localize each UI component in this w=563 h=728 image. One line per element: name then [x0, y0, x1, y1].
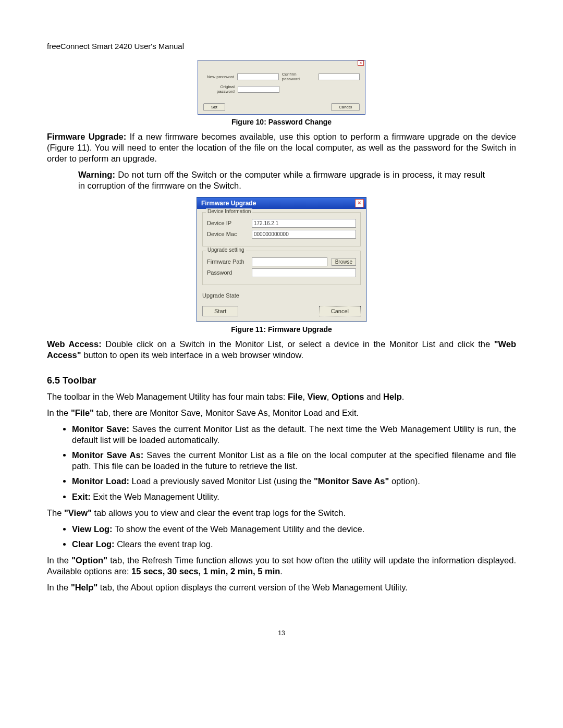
file-tab-list: Monitor Save: Saves the current Monitor … — [47, 424, 516, 502]
list-item: View Log: To show the event of the Web M… — [72, 524, 516, 535]
figure-11: Firmware Upgrade × Device Information De… — [47, 197, 516, 334]
section-6-5-heading: 6.5 Toolbar — [47, 375, 516, 386]
view-quote: "View" — [64, 508, 92, 517]
set-button[interactable]: Set — [203, 103, 225, 111]
clear-log-text: Clears the event trap log. — [115, 539, 213, 549]
list-item: Clear Log: Clears the event trap log. — [72, 539, 516, 550]
device-ip-label: Device IP — [207, 220, 248, 226]
firmware-label: Firmware Upgrade: — [47, 132, 126, 141]
password-input[interactable] — [252, 268, 356, 277]
sep: , — [327, 392, 332, 401]
cancel-button[interactable]: Cancel — [331, 103, 360, 111]
password-change-dialog: × New password Confirm password Original… — [198, 60, 365, 115]
page-number: 13 — [47, 630, 516, 637]
toolbar-intro: The toolbar in the Web Management Utilit… — [47, 391, 516, 402]
option-quote: "Option" — [71, 556, 107, 565]
upgrade-state-label: Upgrade State — [202, 292, 361, 299]
option-text-a: In the — [47, 556, 71, 565]
password-label: Password — [207, 269, 248, 276]
device-mac-value: 000000000000 — [252, 230, 356, 239]
list-item: Monitor Save As: Saves the current Monit… — [72, 450, 516, 472]
confirm-password-label: Confirm password — [282, 72, 315, 81]
list-item: Monitor Save: Saves the current Monitor … — [72, 424, 516, 446]
original-password-label: Original password — [203, 84, 235, 94]
new-password-input[interactable] — [237, 73, 278, 80]
clear-log-label: Clear Log: — [72, 539, 115, 549]
view-text-b: tab allows you to view and clear the eve… — [92, 508, 346, 517]
web-access-paragraph: Web Access: Double click on a Switch in … — [47, 339, 516, 361]
tab-help: Help — [383, 392, 402, 401]
dialog-titlebar: × — [198, 60, 365, 65]
exit-label: Exit: — [72, 492, 91, 501]
help-tab-intro: In the "Help" tab, the About option disp… — [47, 582, 516, 593]
help-text-a: In the — [47, 583, 71, 592]
monitor-save-text: Saves the current Monitor List as the de… — [72, 424, 516, 445]
figure-11-caption: Figure 11: Firmware Upgrade — [231, 325, 332, 334]
new-password-label: New password — [203, 75, 234, 79]
upgrade-setting-fieldset: Upgrade setting Firmware Path Browse Pas… — [202, 251, 361, 285]
firmware-path-label: Firmware Path — [207, 258, 248, 265]
tab-view: View — [308, 392, 327, 401]
sep-and: and — [364, 392, 383, 401]
monitor-load-label: Monitor Load: — [72, 476, 129, 486]
view-text-a: The — [47, 508, 64, 517]
warning-text: Do not turn off the Switch or the comput… — [78, 170, 485, 190]
dialog-titlebar: Firmware Upgrade × — [197, 198, 366, 209]
view-log-label: View Log: — [72, 524, 113, 534]
tab-file: File — [288, 392, 302, 401]
help-quote: "Help" — [71, 583, 97, 592]
list-item: Exit: Exit the Web Management Utility. — [72, 491, 516, 502]
browse-button[interactable]: Browse — [332, 258, 356, 266]
monitor-save-label: Monitor Save: — [72, 424, 129, 434]
firmware-upgrade-dialog: Firmware Upgrade × Device Information De… — [197, 197, 366, 322]
cancel-button[interactable]: Cancel — [319, 306, 361, 316]
warning-label: Warning: — [78, 170, 115, 179]
toolbar-intro-text: The toolbar in the Web Management Utilit… — [47, 392, 288, 401]
upgrade-setting-legend: Upgrade setting — [206, 247, 246, 253]
device-ip-value: 172.16.2.1 — [252, 219, 356, 228]
view-log-text: To show the event of the Web Management … — [113, 524, 365, 534]
option-values: 15 secs, 30 secs, 1 min, 2 min, 5 min — [131, 566, 280, 576]
sep: , — [302, 392, 307, 401]
view-tab-list: View Log: To show the event of the Web M… — [47, 524, 516, 550]
firmware-paragraph: Firmware Upgrade: If a new firmware beco… — [47, 131, 516, 164]
device-info-fieldset: Device Information Device IP 172.16.2.1 … — [202, 212, 361, 246]
device-info-legend: Device Information — [206, 208, 252, 214]
monitor-load-text-b: option). — [389, 476, 420, 486]
exit-text: Exit the Web Management Utility. — [91, 492, 219, 501]
web-access-text-a: Double click on a Switch in the Monitor … — [102, 339, 494, 349]
tab-options: Options — [332, 392, 364, 401]
close-icon[interactable]: × — [355, 199, 364, 207]
figure-10: × New password Confirm password Original… — [47, 60, 516, 126]
dialog-title: Firmware Upgrade — [201, 200, 256, 207]
file-tab-intro: In the "File" tab, there are Monitor Sav… — [47, 408, 516, 418]
doc-header: freeConnect Smart 2420 User's Manual — [47, 42, 516, 51]
file-quote: "File" — [71, 408, 94, 417]
monitor-load-quote: "Monitor Save As" — [314, 476, 389, 486]
firmware-path-input[interactable] — [252, 257, 327, 266]
file-text-a: In the — [47, 408, 71, 417]
option-tab-intro: In the "Option" tab, the Refresh Time fu… — [47, 555, 516, 577]
original-password-input[interactable] — [238, 86, 279, 93]
confirm-password-input[interactable] — [319, 73, 360, 80]
figure-10-caption: Figure 10: Password Change — [231, 118, 332, 126]
web-access-text-b: button to open its web interface in a we… — [81, 350, 304, 360]
monitor-load-text-a: Load a previously saved Monitor List (us… — [129, 476, 314, 486]
warning-paragraph: Warning: Do not turn off the Switch or t… — [78, 169, 516, 191]
period: . — [402, 392, 405, 401]
start-button[interactable]: Start — [202, 306, 238, 316]
web-access-label: Web Access: — [47, 339, 102, 349]
view-tab-intro: The "View" tab allows you to view and cl… — [47, 508, 516, 519]
close-icon[interactable]: × — [358, 60, 364, 66]
period: . — [280, 566, 283, 576]
device-mac-label: Device Mac — [207, 231, 248, 237]
file-text-b: tab, there are Monitor Save, Monitor Sav… — [94, 408, 359, 417]
help-text-b: tab, the About option displays the curre… — [97, 583, 408, 592]
list-item: Monitor Load: Load a previously saved Mo… — [72, 476, 516, 487]
monitor-saveas-label: Monitor Save As: — [72, 450, 143, 460]
